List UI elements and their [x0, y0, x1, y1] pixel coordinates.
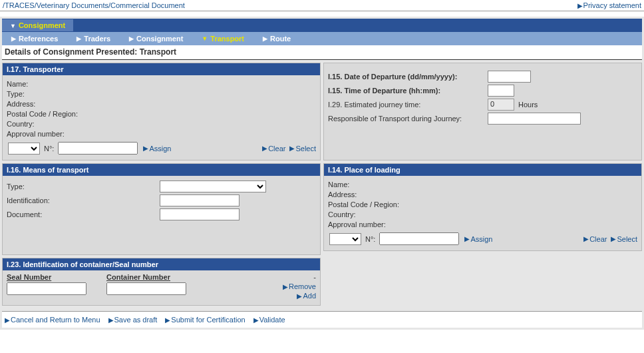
transporter-assign-button[interactable]: ▶Assign: [143, 145, 171, 153]
label-mot-type: Type:: [7, 182, 160, 190]
tab-references[interactable]: ▶References: [2, 35, 67, 43]
label-pl-country: Country:: [328, 210, 421, 218]
loading-no-input[interactable]: [379, 232, 459, 245]
label-postal: Postal Code / Region:: [7, 110, 100, 118]
seal-number-header: Seal Number: [7, 273, 86, 281]
label-mot-identification: Identification:: [7, 196, 160, 204]
label-pl-name: Name:: [328, 180, 421, 188]
label-pl-address: Address:: [328, 190, 421, 198]
container-number-header: Container Number: [106, 273, 186, 281]
label-name: Name:: [7, 80, 100, 88]
label-pl-approval: Approval number:: [328, 220, 421, 228]
privacy-link[interactable]: ▶Privacy statement: [577, 1, 641, 9]
panel-means-transport: I.16. Means of transport Type: Identific…: [2, 163, 321, 255]
mot-type-select[interactable]: [160, 180, 266, 192]
panel-departure: I.15. Date of Departure (dd/mm/yyyy): I.…: [323, 63, 642, 161]
panel-place-header: I.14. Place of loading: [324, 164, 641, 176]
validate-button[interactable]: ▶Validate: [253, 316, 285, 324]
seal-number-input[interactable]: [7, 282, 86, 295]
cancel-button[interactable]: ▶Cancel and Return to Menu: [5, 316, 100, 324]
privacy-label: Privacy statement: [583, 1, 641, 9]
tab-consignment-main[interactable]: ▼Consignment: [2, 19, 73, 31]
label-time-departure: I.15. Time of Departure (hh:mm):: [328, 87, 488, 95]
label-responsible: Responsible of Transport during Journey:: [328, 115, 488, 123]
section-title: Details of Consignment Presented: Transp…: [2, 45, 642, 60]
panel-container-header: I.23. Identification of container/Seal n…: [3, 258, 320, 270]
label-address: Address:: [7, 100, 100, 108]
loading-code-select[interactable]: [329, 233, 361, 245]
breadcrumb-root[interactable]: TRACES: [5, 1, 35, 9]
journey-time-unit: Hours: [518, 101, 538, 109]
footer-actions: ▶Cancel and Return to Menu ▶Save as draf…: [2, 311, 642, 328]
label-mot-document: Document:: [7, 210, 160, 218]
seal-add-button[interactable]: ▶Add: [297, 292, 316, 300]
loading-select-button[interactable]: ▶Select: [611, 235, 637, 243]
tabbar-main: ▼Consignment: [2, 19, 642, 32]
panel-transporter-header: I.17. Transporter: [3, 63, 320, 75]
tabbar-sub: ▶References ▶Traders ▶Consignment ▼Trans…: [2, 32, 642, 45]
breadcrumb-mid[interactable]: Veterinary Documents: [37, 1, 108, 9]
date-departure-input[interactable]: [488, 71, 531, 83]
breadcrumb-leaf[interactable]: Commercial Document: [110, 1, 185, 9]
loading-assign-button[interactable]: ▶Assign: [464, 235, 492, 243]
label-date-departure: I.15. Date of Departure (dd/mm/yyyy):: [328, 73, 488, 81]
mot-identification-input[interactable]: [160, 194, 240, 206]
transporter-no-input[interactable]: [58, 142, 138, 155]
seal-remove-button[interactable]: ▶Remove: [283, 282, 316, 290]
label-type: Type:: [7, 90, 100, 98]
tab-traders[interactable]: ▶Traders: [67, 35, 120, 43]
tab-route[interactable]: ▶Route: [253, 35, 300, 43]
loading-clear-button[interactable]: ▶Clear: [583, 235, 607, 243]
responsible-input[interactable]: [488, 113, 581, 125]
transporter-select-button[interactable]: ▶Select: [289, 145, 316, 153]
breadcrumb: /TRACES/Veterinary Documents/Commercial …: [3, 1, 185, 9]
journey-time-value: 0: [488, 99, 514, 111]
label-approval: Approval number:: [7, 130, 100, 138]
label-pl-postal: Postal Code / Region:: [328, 200, 421, 208]
transporter-code-select[interactable]: [8, 143, 40, 155]
mot-document-input[interactable]: [160, 208, 240, 220]
row-marker: -: [313, 273, 316, 281]
time-departure-input[interactable]: [488, 85, 514, 97]
submit-certification-button[interactable]: ▶Submit for Certification: [165, 316, 245, 324]
panel-transporter: I.17. Transporter Name: Type: Address: P…: [2, 63, 321, 161]
panel-container-seal: I.23. Identification of container/Seal n…: [2, 258, 321, 306]
tab-transport[interactable]: ▼Transport: [192, 35, 253, 43]
panel-means-header: I.16. Means of transport: [3, 164, 320, 176]
label-journey-time: I.29. Estimated journey time:: [328, 101, 488, 109]
panel-place-loading: I.14. Place of loading Name: Address: Po…: [323, 163, 642, 251]
transporter-clear-button[interactable]: ▶Clear: [262, 145, 285, 153]
tab-consignment[interactable]: ▶Consignment: [120, 35, 192, 43]
pl-no-label: N°:: [365, 235, 375, 243]
container-number-input[interactable]: [106, 282, 186, 295]
no-label: N°:: [44, 145, 54, 153]
label-country: Country:: [7, 120, 100, 128]
save-draft-button[interactable]: ▶Save as draft: [108, 316, 158, 324]
